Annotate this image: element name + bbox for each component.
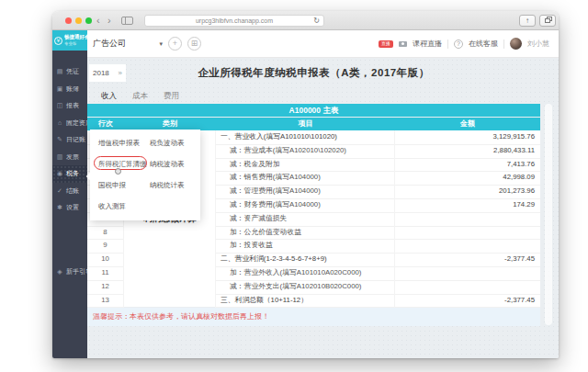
sidebar-item-settings[interactable]: ✱ 设置 <box>52 199 87 217</box>
app-logo: ¥ 畅捷通好会计 专业版 <box>52 30 87 51</box>
menu-item-tax-fluctuation[interactable]: 纳税波动表 <box>150 160 185 169</box>
menu-item-tax-statistics[interactable]: 纳税统计表 <box>150 181 185 190</box>
logo-text: 畅捷通好会计 <box>64 34 95 39</box>
url-text: urpcg3hlbfvn.chanapp.com <box>196 17 273 24</box>
app-root: ¥ 畅捷通好会计 专业版 ▤ 凭证 ▣ 账簿 ◫ 报表 ⌂ 固定 <box>52 30 559 358</box>
col-line-no: 行次 <box>87 118 124 130</box>
menu-item-tax-burden-fluctuation[interactable]: 税负波动表 <box>150 139 185 148</box>
tab-bar: 收入 成本 费用 <box>101 91 179 102</box>
sidebar-item-reports[interactable]: ◫ 报表 <box>52 97 87 115</box>
reload-icon[interactable]: ↻ <box>313 16 320 27</box>
settings-icon: ✱ <box>56 204 63 211</box>
table-header-row: 行次 类别 项目 金额 <box>87 118 540 130</box>
add-account-button[interactable]: + <box>168 37 182 51</box>
asset-icon: ⌂ <box>56 119 63 126</box>
sidebar-item-journal[interactable]: ✎ 日记账 <box>52 131 87 149</box>
journal-icon: ✎ <box>56 136 63 143</box>
sidebar-nav: ▤ 凭证 ▣ 账簿 ◫ 报表 ⌂ 固定资产 ✎ 日记账 ▥ 发票 <box>52 63 87 217</box>
highlight-annotation-box <box>94 156 147 171</box>
ledger-icon: ▣ <box>56 85 63 93</box>
sidebar-item-label: 日记账 <box>66 135 85 144</box>
menu-item-income-estimate[interactable]: 收入测算 <box>98 202 126 211</box>
sidebar-item-voucher[interactable]: ▤ 凭证 <box>52 63 87 81</box>
main-area: 广告公司 ▾ + ⊞ 直播 课程直播 ? 在线客服 刘小慧 2018 <box>87 30 559 358</box>
guide-icon: ◈ <box>56 268 63 276</box>
forward-button[interactable]: › <box>107 13 111 28</box>
col-item: 项目 <box>216 118 395 130</box>
avatar[interactable] <box>510 38 522 50</box>
user-name: 刘小慧 <box>527 39 549 49</box>
sidebar-item-tax[interactable]: ◉ 税务 <box>52 165 87 183</box>
notice-bar: 温馨提示：本表仅供参考，请认真核对数据后再上报！ <box>87 308 540 326</box>
sidebar-item-fixed-assets[interactable]: ⌂ 固定资产 <box>52 115 87 132</box>
col-category: 类别 <box>124 118 216 130</box>
menu-item-national-tax-filing[interactable]: 国税申报 <box>98 181 126 190</box>
company-selector[interactable]: 广告公司 ▾ <box>93 38 163 50</box>
sidebar-item-label: 报表 <box>66 101 79 110</box>
tax-icon: ◉ <box>56 170 63 177</box>
invoice-icon: ▥ <box>56 153 63 161</box>
closing-icon: ✓ <box>56 187 63 195</box>
sidebar-item-closing[interactable]: ✓ 结账 <box>52 183 87 200</box>
logo-edition: 专业版 <box>64 41 77 46</box>
report-icon: ◫ <box>56 102 63 109</box>
click-cursor-icon <box>115 168 121 175</box>
minimize-button[interactable] <box>75 17 82 24</box>
tab-income[interactable]: 收入 <box>101 91 117 102</box>
tab-overview-button[interactable] <box>539 15 556 27</box>
topbar: 广告公司 ▾ + ⊞ 直播 课程直播 ? 在线客服 刘小慧 <box>87 30 559 58</box>
sidebar-item-label: 结账 <box>66 186 79 196</box>
live-course-link[interactable]: 课程直播 <box>413 39 442 49</box>
url-bar[interactable]: urpcg3hlbfvn.chanapp.com ↻ <box>144 15 324 27</box>
sidebar-item-label: 税务 <box>66 169 79 178</box>
tax-submenu-popup: 增值税申报表 所得税汇算清缴 国税申报 收入测算 税负波动表 纳税波动表 纳税统… <box>90 130 200 220</box>
tab-expense[interactable]: 费用 <box>164 91 179 102</box>
online-service-link[interactable]: 在线客服 <box>469 39 498 49</box>
voucher-icon: ▤ <box>56 68 63 75</box>
col-amount: 金额 <box>395 118 540 130</box>
sidebar-item-label: 设置 <box>66 203 79 212</box>
browser-window: ‹ › urpcg3hlbfvn.chanapp.com ↻ ↑ ¥ 畅捷通好会… <box>52 11 559 358</box>
browser-chrome: ‹ › urpcg3hlbfvn.chanapp.com ↻ ↑ <box>52 11 559 30</box>
sidebar-item-beginner-guide[interactable]: ◈ 新手引导 <box>52 264 87 281</box>
sidebar-item-label: 凭证 <box>66 67 79 76</box>
page-title: 企业所得税年度纳税申报表（A类，2017年版） <box>87 66 540 80</box>
sidebar-item-invoice[interactable]: ▥ 发票 <box>52 149 87 166</box>
help-icon: ? <box>454 39 463 49</box>
apps-grid-button[interactable]: ⊞ <box>187 37 201 51</box>
logo-icon: ¥ <box>54 37 62 45</box>
share-button[interactable]: ↑ <box>519 15 536 27</box>
menu-item-vat-return[interactable]: 增值税申报表 <box>98 139 140 148</box>
zoom-button[interactable] <box>85 17 92 24</box>
live-badge: 直播 <box>379 40 393 48</box>
sidebar-guide-section: ◈ 新手引导 <box>52 264 87 281</box>
notice-text: 温馨提示：本表仅供参考，请认真核对数据后再上报！ <box>93 311 269 321</box>
sidebar-item-label: 账簿 <box>66 85 79 94</box>
tab-cost[interactable]: 成本 <box>132 91 148 102</box>
close-button[interactable] <box>65 17 72 24</box>
sidebar-toggle-icon[interactable] <box>121 17 133 25</box>
table-band-title: A100000 主表 <box>87 104 540 117</box>
vertical-scrollbar[interactable] <box>545 104 552 325</box>
chevron-down-icon: ▾ <box>159 40 163 48</box>
sidebar-item-ledger[interactable]: ▣ 账簿 <box>52 81 87 98</box>
back-button[interactable]: ‹ <box>96 13 100 28</box>
sidebar: ¥ 畅捷通好会计 专业版 ▤ 凭证 ▣ 账簿 ◫ 报表 ⌂ 固定 <box>52 30 87 358</box>
sidebar-item-label: 发票 <box>66 152 79 162</box>
company-name: 广告公司 <box>93 38 126 50</box>
content-area: 2018 » 企业所得税年度纳税申报表（A类，2017年版） 收入 成本 费用 … <box>87 58 559 358</box>
camera-icon <box>399 41 407 47</box>
